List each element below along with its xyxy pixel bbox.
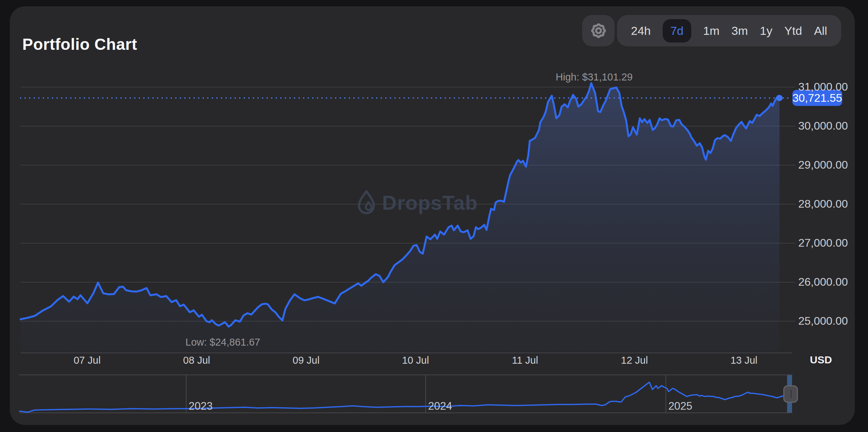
time-range-selector: 24h 7d 1m 3m 1y Ytd All	[617, 15, 841, 46]
range-1m[interactable]: 1m	[703, 24, 719, 38]
page-title: Portfolio Chart	[22, 35, 137, 54]
range-3m[interactable]: 3m	[731, 24, 748, 38]
handle-grip-icon	[791, 390, 792, 398]
range-7d[interactable]: 7d	[663, 19, 691, 43]
navigator-slider-handle[interactable]	[783, 385, 798, 403]
range-all[interactable]: All	[814, 24, 827, 38]
portfolio-chart-widget: DropsTab High: $31,101.29 Low: $24,861.6…	[0, 0, 868, 432]
gear-icon	[589, 22, 608, 40]
range-1y[interactable]: 1y	[760, 24, 772, 38]
settings-button[interactable]	[582, 15, 615, 46]
navigator-strip[interactable]	[19, 375, 792, 413]
range-24h[interactable]: 24h	[631, 24, 651, 38]
range-ytd[interactable]: Ytd	[784, 24, 802, 38]
chart-plot-area[interactable]	[21, 49, 779, 353]
